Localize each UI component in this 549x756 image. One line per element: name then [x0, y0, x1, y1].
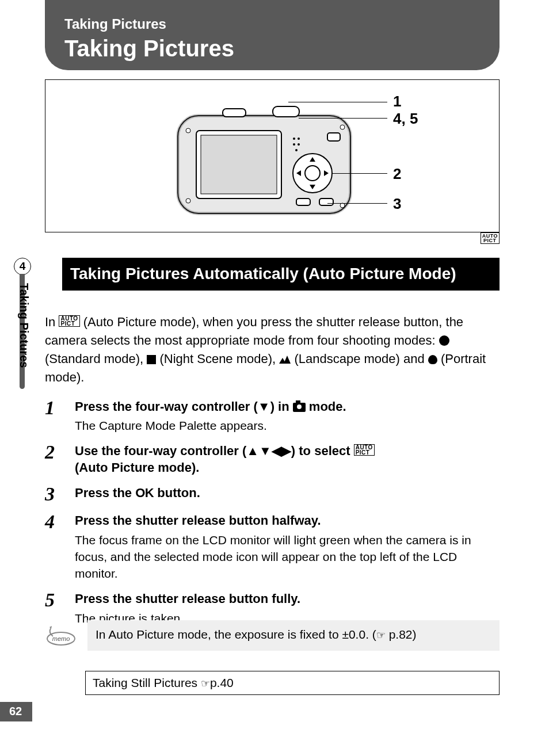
step-number: 4 [45, 512, 75, 582]
page-header: Taking Pictures Taking Pictures [45, 0, 500, 70]
step-title: Press the shutter release button halfway… [75, 512, 500, 529]
step-number: 1 [45, 398, 75, 434]
svg-point-13 [305, 166, 320, 181]
step-2: 2 Use the four-way controller (▲▼◀▶) to … [45, 442, 500, 476]
step-1: 1 Press the four-way controller (▼) in m… [45, 398, 500, 434]
svg-point-9 [298, 143, 300, 146]
page-number: 62 [9, 705, 22, 718]
chapter-number-badge: 4 [14, 258, 31, 275]
svg-text:memo: memo [52, 635, 70, 642]
ok-button-label: OK [135, 486, 154, 500]
svg-rect-3 [273, 106, 299, 117]
callout-1: 1 [393, 93, 401, 110]
reference-box: Taking Still Pictures ☞p.40 [85, 671, 500, 695]
auto-pict-badge: AUTOPICT [481, 232, 500, 244]
camera-diagram-box: 1 4, 5 2 3 [45, 79, 500, 232]
svg-point-16 [186, 128, 190, 133]
intro-paragraph: In AUTOPICT (Auto Picture mode), when yo… [45, 313, 500, 387]
callout-2: 2 [393, 165, 401, 183]
svg-point-8 [293, 143, 295, 146]
step-title: Press the four-way controller (▼) in mod… [75, 398, 500, 415]
header-breadcrumb: Taking Pictures [64, 16, 482, 32]
night-scene-mode-icon [147, 355, 156, 364]
auto-pict-inline-icon: AUTOPICT [59, 315, 79, 327]
svg-rect-2 [223, 109, 246, 117]
pointer-icon: ☞ [201, 678, 210, 689]
landscape-mode-icon [279, 356, 291, 364]
pointer-icon: ☞ [376, 629, 386, 641]
svg-point-10 [295, 149, 298, 151]
camera-mode-icon [293, 403, 306, 412]
step-number: 2 [45, 442, 75, 476]
step-title: Press the shutter release button fully. [75, 590, 500, 608]
side-tab-label: Taking Pictures [17, 283, 30, 368]
section-heading: Taking Pictures Automatically (Auto Pict… [62, 258, 500, 291]
svg-point-19 [340, 203, 345, 208]
portrait-mode-icon [428, 355, 437, 364]
steps-list: 1 Press the four-way controller (▼) in m… [45, 398, 500, 627]
step-number: 3 [45, 484, 75, 504]
memo-row: memo In Auto Picture mode, the exposure … [45, 620, 500, 651]
step-title: Use the four-way controller (▲▼◀▶) to se… [75, 442, 500, 476]
callout-3: 3 [393, 195, 401, 213]
svg-point-7 [298, 138, 300, 140]
svg-point-6 [293, 138, 295, 140]
svg-rect-11 [327, 133, 340, 141]
callout-45: 4, 5 [393, 110, 418, 128]
svg-rect-5 [201, 135, 277, 194]
camera-illustration [172, 93, 356, 225]
svg-point-18 [340, 125, 345, 129]
step-3: 3 Press the OK button. [45, 484, 500, 504]
memo-box: In Auto Picture mode, the exposure is fi… [87, 620, 500, 651]
standard-mode-icon [439, 335, 449, 346]
svg-point-17 [186, 198, 190, 203]
auto-pict-inline-icon: AUTOPICT [354, 444, 375, 456]
step-desc: The Capture Mode Palette appears. [75, 417, 500, 434]
step-4: 4 Press the shutter release button halfw… [45, 512, 500, 582]
header-title: Taking Pictures [64, 36, 482, 62]
memo-icon: memo [45, 623, 77, 646]
step-desc: The focus frame on the LCD monitor will … [75, 532, 500, 582]
svg-rect-14 [296, 198, 310, 205]
svg-rect-15 [319, 198, 333, 205]
step-title: Press the OK button. [75, 484, 500, 502]
